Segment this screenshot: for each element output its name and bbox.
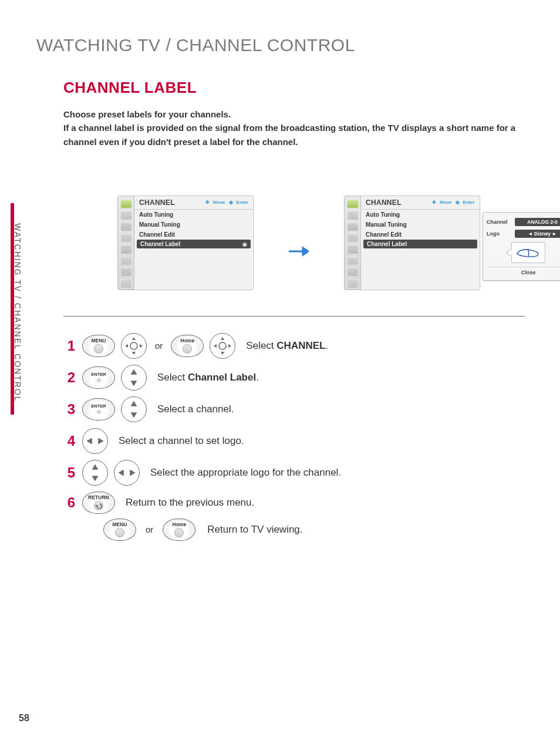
dpad-vertical[interactable] bbox=[121, 396, 147, 422]
osd-tab-icon[interactable] bbox=[120, 200, 132, 208]
dpad-horizontal[interactable] bbox=[114, 460, 140, 486]
step-number: 4 bbox=[62, 433, 75, 449]
popup-logo-text: Disney bbox=[534, 231, 551, 237]
channel-label-popup: Channel ANALOG 2-0 Logo ◄ Disney ► bbox=[483, 212, 560, 281]
osd-panel-right: CHANNEL ✥ Move ◉ Enter Auto Tuning Manua… bbox=[344, 196, 480, 290]
step-text: Return to TV viewing. bbox=[207, 524, 302, 536]
step-6-sub: MENU or Home Return to TV viewing. bbox=[103, 519, 525, 541]
osd-tab-icon[interactable] bbox=[120, 223, 132, 231]
popup-channel-label: Channel bbox=[487, 219, 511, 225]
osd-tab-icon[interactable] bbox=[347, 200, 359, 208]
step-text-pre: Select bbox=[157, 372, 188, 383]
side-section-label: WATCHING TV / CHANNEL CONTROL bbox=[13, 223, 22, 402]
hint-move: Move bbox=[213, 200, 225, 205]
step-text: Select a channel to set logo. bbox=[119, 435, 244, 447]
popup-row-logo[interactable]: Logo ◄ Disney ► bbox=[487, 228, 560, 240]
osd-item[interactable]: Channel Edit bbox=[361, 230, 480, 240]
menu-button[interactable]: MENU bbox=[103, 519, 136, 541]
osd-tab-icon[interactable] bbox=[347, 279, 359, 288]
step-text: Select Channel Label. bbox=[157, 372, 259, 383]
button-label: RETURN bbox=[88, 495, 109, 500]
osd-item-selected[interactable]: Channel Label bbox=[137, 240, 251, 248]
dpad-all[interactable] bbox=[121, 333, 147, 359]
osd-tab-icon[interactable] bbox=[347, 257, 359, 265]
disney-logo-icon bbox=[515, 247, 541, 258]
osd-tab-icon[interactable] bbox=[347, 211, 359, 220]
popup-row-channel[interactable]: Channel ANALOG 2-0 bbox=[487, 216, 560, 228]
osd-tab-icon[interactable] bbox=[347, 245, 359, 254]
button-label: ENTER bbox=[91, 372, 106, 377]
home-button[interactable]: Home bbox=[171, 335, 204, 357]
osd-tab-icon[interactable] bbox=[120, 245, 132, 254]
osd-item-label: Auto Tuning bbox=[366, 211, 400, 218]
osd-tab-icon[interactable] bbox=[120, 234, 132, 243]
osd-header: CHANNEL ✥ Move ◉ Enter bbox=[134, 196, 253, 210]
osd-tab-icon[interactable] bbox=[120, 211, 132, 220]
svg-point-0 bbox=[130, 342, 137, 349]
intro-paragraph: Choose preset labels for your channels. … bbox=[63, 107, 519, 149]
divider bbox=[63, 316, 525, 317]
osd-hints: ✥ Move ◉ Enter bbox=[432, 200, 475, 205]
step-4: 4 Select a channel to set logo. bbox=[62, 428, 525, 454]
osd-item[interactable]: Manual Tuning bbox=[361, 220, 480, 230]
button-label: Home bbox=[181, 338, 195, 344]
button-label: MENU bbox=[91, 338, 106, 344]
step-text-bold: CHANNEL bbox=[276, 340, 325, 351]
step-text: Select a channel. bbox=[157, 403, 234, 415]
osd-item-label: Manual Tuning bbox=[366, 221, 407, 228]
section-title: WATCHING TV / CHANNEL CONTROL bbox=[36, 35, 525, 55]
osd-title: CHANNEL bbox=[366, 198, 402, 207]
osd-tab-column bbox=[345, 196, 361, 290]
button-dot-icon bbox=[174, 528, 184, 537]
page-number: 58 bbox=[19, 713, 29, 724]
osd-item[interactable]: Auto Tuning bbox=[361, 210, 480, 220]
move-icon: ✥ bbox=[205, 200, 210, 205]
osd-menu-list: Auto Tuning Manual Tuning Channel Edit C… bbox=[361, 210, 480, 248]
osd-tab-icon[interactable] bbox=[347, 268, 359, 277]
selected-indicator-icon bbox=[242, 241, 247, 247]
button-label: MENU bbox=[112, 522, 127, 527]
osd-tab-icon[interactable] bbox=[120, 268, 132, 277]
osd-header: CHANNEL ✥ Move ◉ Enter bbox=[361, 196, 480, 210]
osd-item[interactable]: Channel Edit bbox=[134, 230, 253, 240]
osd-tab-icon[interactable] bbox=[120, 279, 132, 288]
step-3: 3 ENTER ⊙ Select a channel. bbox=[62, 396, 525, 422]
arrow-right-icon bbox=[289, 246, 309, 257]
step-number: 1 bbox=[62, 338, 75, 354]
or-text: or bbox=[155, 341, 163, 351]
dpad-vertical[interactable] bbox=[82, 460, 108, 486]
step-text-bold: Channel Label bbox=[188, 372, 256, 383]
osd-item[interactable]: Manual Tuning bbox=[134, 220, 253, 230]
popup-logo-value: ◄ Disney ► bbox=[515, 230, 560, 238]
osd-item-label: Auto Tuning bbox=[139, 211, 173, 218]
dpad-all[interactable] bbox=[210, 333, 235, 359]
osd-item-selected[interactable]: Channel Label bbox=[363, 240, 477, 248]
step-number: 6 bbox=[62, 494, 75, 511]
osd-hints: ✥ Move ◉ Enter bbox=[205, 200, 248, 205]
step-text: Return to the previous menu. bbox=[126, 497, 254, 509]
osd-tab-icon[interactable] bbox=[347, 234, 359, 243]
osd-title: CHANNEL bbox=[139, 198, 175, 207]
step-number: 3 bbox=[62, 401, 75, 418]
enter-button[interactable]: ENTER ⊙ bbox=[82, 398, 115, 420]
home-button[interactable]: Home bbox=[163, 519, 195, 541]
enter-icon: ◉ bbox=[229, 200, 233, 205]
return-arrow-icon bbox=[94, 501, 103, 510]
step-text-post: . bbox=[325, 340, 328, 351]
enter-icon: ◉ bbox=[456, 200, 460, 205]
caret-right-icon: ► bbox=[552, 231, 556, 237]
osd-tab-icon[interactable] bbox=[120, 257, 132, 265]
popup-close-button[interactable]: Close bbox=[487, 267, 560, 275]
osd-item-label: Channel Label bbox=[140, 241, 180, 247]
return-button[interactable]: RETURN bbox=[82, 492, 115, 514]
osd-item-label: Channel Label bbox=[367, 241, 407, 247]
menu-button[interactable]: MENU bbox=[82, 335, 115, 357]
enter-odot-icon: ⊙ bbox=[97, 378, 101, 383]
dpad-horizontal[interactable] bbox=[82, 428, 108, 454]
osd-tab-icon[interactable] bbox=[347, 223, 359, 231]
osd-item[interactable]: Auto Tuning bbox=[134, 210, 253, 220]
step-text-post: . bbox=[256, 372, 259, 383]
dpad-vertical[interactable] bbox=[121, 365, 147, 391]
step-1: 1 MENU or Home bbox=[62, 333, 525, 359]
enter-button[interactable]: ENTER ⊙ bbox=[82, 366, 115, 389]
